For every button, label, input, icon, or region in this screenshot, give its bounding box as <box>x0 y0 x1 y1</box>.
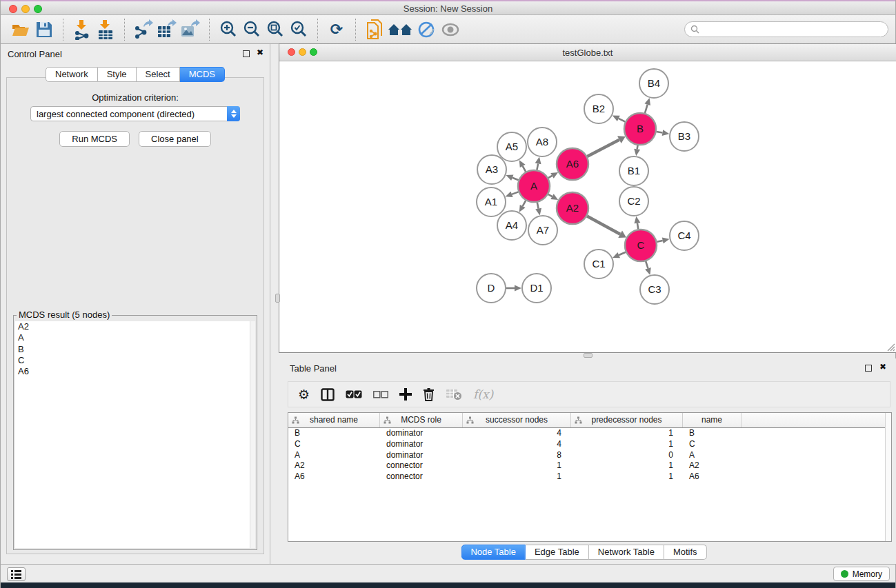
task-history-button[interactable] <box>7 567 26 581</box>
result-list-scrollbar[interactable] <box>250 321 255 548</box>
tab-motifs[interactable]: Motifs <box>664 545 707 560</box>
table-cell[interactable]: connector <box>380 460 463 472</box>
graph-edge-A-A3[interactable] <box>512 178 519 180</box>
table-row[interactable]: Bdominator41B <box>288 428 891 439</box>
graph-edge-C-C4[interactable] <box>657 241 662 242</box>
table-cell[interactable]: 4 <box>463 428 571 439</box>
table-cell[interactable]: 1 <box>463 472 571 483</box>
graph-edge-A-A6[interactable] <box>548 176 552 178</box>
column-header-shared-name[interactable]: shared name <box>288 413 380 427</box>
search-input[interactable] <box>703 25 888 34</box>
table-cell[interactable]: A2 <box>683 460 741 472</box>
graph-edge-A6-B[interactable] <box>587 140 619 156</box>
graph-edge-B-B1[interactable] <box>637 145 638 150</box>
table-row[interactable]: Cdominator41C <box>288 439 891 450</box>
graph-edge-C-C2[interactable] <box>637 223 638 230</box>
import-network-icon[interactable] <box>70 17 94 42</box>
graph-edge-A-A4[interactable] <box>523 201 526 206</box>
table-cell[interactable]: B <box>683 428 741 439</box>
column-header-name[interactable]: name <box>683 413 741 427</box>
select-all-icon[interactable] <box>346 390 362 398</box>
first-neighbors-icon[interactable] <box>386 17 415 42</box>
export-table-icon[interactable] <box>155 17 179 42</box>
result-list-item[interactable]: A6 <box>15 366 255 377</box>
new-network-from-selection-icon[interactable] <box>363 17 386 42</box>
table-cell[interactable]: dominator <box>380 450 463 461</box>
zoom-fit-icon[interactable] <box>263 17 287 42</box>
table-row[interactable]: Adominator80A <box>288 450 891 461</box>
table-cell[interactable]: A6 <box>288 472 380 483</box>
float-panel-icon[interactable] <box>243 50 250 57</box>
graph-edge-B-B4[interactable] <box>645 105 648 113</box>
zoom-selected-icon[interactable] <box>287 17 310 42</box>
open-file-icon[interactable] <box>9 17 32 42</box>
tab-network-table[interactable]: Network Table <box>589 545 664 560</box>
table-cell[interactable]: 1 <box>571 460 683 472</box>
table-cell[interactable]: connector <box>380 472 463 483</box>
export-image-icon[interactable] <box>179 17 202 42</box>
memory-button[interactable]: Memory <box>833 567 890 581</box>
graph-edge-A-A2[interactable] <box>548 194 552 196</box>
hide-selected-icon[interactable] <box>415 17 439 42</box>
tab-network[interactable]: Network <box>46 67 98 82</box>
save-session-icon[interactable] <box>32 17 56 42</box>
table-cell[interactable]: C <box>288 439 380 450</box>
delete-table-icon[interactable] <box>446 389 462 401</box>
table-cell[interactable]: dominator <box>380 439 463 450</box>
close-table-panel-icon[interactable]: ✖ <box>879 362 886 372</box>
tab-edge-table[interactable]: Edge Table <box>526 545 589 560</box>
graph-edge-A2-C[interactable] <box>587 216 620 234</box>
result-list-item[interactable]: A <box>15 332 255 343</box>
close-panel-button[interactable]: Close panel <box>139 131 211 147</box>
tab-node-table[interactable]: Node Table <box>461 545 526 560</box>
tab-select[interactable]: Select <box>137 67 180 82</box>
table-cell[interactable]: A2 <box>288 460 380 472</box>
table-settings-icon[interactable]: ⚙ <box>298 388 310 401</box>
table-cell[interactable]: dominator <box>380 428 463 439</box>
table-row[interactable]: A6connector11A6 <box>288 472 891 483</box>
graph-edge-A-A1[interactable] <box>512 192 518 194</box>
close-panel-icon[interactable]: ✖ <box>257 48 263 57</box>
graph-edge-A-A8[interactable] <box>537 163 538 170</box>
resize-handle-icon[interactable] <box>886 342 895 352</box>
graph-edge-B-B2[interactable] <box>619 119 626 122</box>
run-mcds-button[interactable]: Run MCDS <box>59 131 130 147</box>
table-cell[interactable]: 1 <box>571 428 683 439</box>
graph-edge-B-B3[interactable] <box>657 132 663 133</box>
zoom-out-icon[interactable] <box>240 17 263 42</box>
export-network-icon[interactable] <box>132 17 155 42</box>
splitter-grip[interactable] <box>584 353 593 358</box>
refresh-icon[interactable]: ⟳ <box>325 17 348 42</box>
tab-mcds[interactable]: MCDS <box>180 67 225 82</box>
graph-edge-A-A7[interactable] <box>537 203 539 209</box>
add-icon[interactable] <box>399 388 412 401</box>
delete-icon[interactable] <box>423 387 435 401</box>
table-cell[interactable]: C <box>683 439 741 450</box>
table-scrollbar[interactable] <box>885 413 891 541</box>
criterion-dropdown[interactable]: largest connected component (directed) <box>30 106 240 121</box>
table-row[interactable]: A2connector11A2 <box>288 460 891 472</box>
result-list-item[interactable]: B <box>15 344 255 355</box>
column-header-successor-nodes[interactable]: successor nodes <box>463 413 571 427</box>
network-canvas[interactable]: AA1A2A3A4A5A6A7A8BB1B2B3B4CC1C2C3C4DD1 <box>279 61 896 352</box>
table-cell[interactable]: 4 <box>463 439 571 450</box>
column-icon[interactable] <box>321 388 335 401</box>
float-table-panel-icon[interactable] <box>865 365 872 372</box>
column-header-predecessor-nodes[interactable]: predecessor nodes <box>571 413 683 427</box>
table-cell[interactable]: B <box>288 428 380 439</box>
table-cell[interactable]: A6 <box>683 472 741 483</box>
zoom-in-icon[interactable] <box>217 17 240 42</box>
search-field[interactable] <box>684 21 888 37</box>
graph-edge-C-C1[interactable] <box>619 252 626 255</box>
table-cell[interactable]: A <box>683 450 741 461</box>
splitter-grip-vertical[interactable] <box>275 294 280 303</box>
table-cell[interactable]: 1 <box>571 439 683 450</box>
table-cell[interactable]: 0 <box>571 450 683 461</box>
table-cell[interactable]: 1 <box>463 460 571 472</box>
show-all-icon[interactable] <box>439 17 462 42</box>
result-list-item[interactable]: A2 <box>15 321 255 332</box>
import-table-icon[interactable] <box>94 17 117 42</box>
mcds-result-list[interactable]: A2ABCA6 <box>15 321 255 548</box>
graph-edge-A-A5[interactable] <box>523 166 526 172</box>
tab-style[interactable]: Style <box>98 67 137 82</box>
